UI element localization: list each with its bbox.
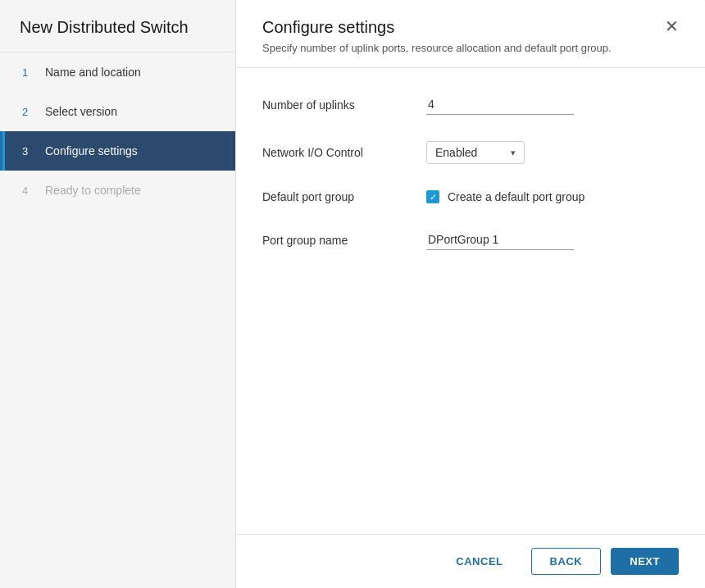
network-io-control-wrap: Enabled ▾ (426, 141, 679, 164)
step-number-3: 3 (22, 145, 35, 157)
sidebar-step-3[interactable]: 3 Configure settings (0, 131, 235, 171)
sidebar-step-1[interactable]: 1 Name and location (0, 52, 235, 92)
checkbox-row: ✓ Create a default port group (426, 190, 584, 203)
dialog-footer: CANCEL BACK NEXT (236, 534, 705, 588)
sidebar-step-2[interactable]: 2 Select version (0, 92, 235, 131)
network-io-label: Network I/O Control (262, 146, 426, 159)
cancel-button[interactable]: CANCEL (438, 549, 521, 574)
step-label-3: Configure settings (45, 144, 138, 157)
back-button[interactable]: BACK (531, 548, 602, 575)
sidebar: New Distributed Switch 1 Name and locati… (0, 0, 236, 588)
form-area: Number of uplinks Network I/O Control En… (236, 68, 705, 534)
step-number-4: 4 (22, 185, 35, 197)
main-subtitle: Specify number of uplink ports, resource… (262, 42, 612, 54)
step-number-1: 1 (22, 66, 35, 79)
uplinks-control-wrap (426, 94, 679, 115)
close-button[interactable]: ✕ (665, 18, 679, 34)
chevron-down-icon: ▾ (511, 148, 516, 158)
network-io-value: Enabled (435, 146, 477, 159)
dialog-body: New Distributed Switch 1 Name and locati… (0, 0, 705, 588)
port-group-name-row: Port group name (262, 230, 679, 250)
main-header-left: Configure settings Specify number of upl… (262, 18, 612, 54)
step-label-1: Name and location (45, 66, 141, 79)
default-port-group-checkbox-label: Create a default port group (448, 190, 584, 203)
port-group-name-control-wrap (426, 230, 679, 250)
sidebar-step-4: 4 Ready to complete (0, 171, 235, 210)
main-content: Configure settings Specify number of upl… (236, 0, 705, 588)
main-title: Configure settings (262, 18, 612, 37)
step-label-2: Select version (45, 105, 117, 118)
port-group-name-input[interactable] (426, 230, 574, 250)
uplinks-input[interactable] (426, 94, 574, 115)
uplinks-row: Number of uplinks (262, 94, 679, 115)
default-port-group-checkbox[interactable]: ✓ (426, 190, 439, 203)
network-io-select[interactable]: Enabled ▾ (426, 141, 525, 164)
port-group-name-label: Port group name (262, 234, 426, 247)
step-label-4: Ready to complete (45, 184, 141, 197)
main-header: Configure settings Specify number of upl… (236, 0, 705, 68)
sidebar-steps: 1 Name and location 2 Select version 3 C… (0, 52, 235, 210)
default-port-group-control-wrap: ✓ Create a default port group (426, 190, 679, 203)
sidebar-title: New Distributed Switch (0, 0, 235, 52)
uplinks-label: Number of uplinks (262, 98, 426, 112)
step-number-2: 2 (22, 106, 35, 118)
new-distributed-switch-dialog: New Distributed Switch 1 Name and locati… (0, 0, 705, 588)
default-port-group-row: Default port group ✓ Create a default po… (262, 190, 679, 203)
default-port-group-label: Default port group (262, 190, 426, 203)
next-button[interactable]: NEXT (611, 548, 679, 575)
checkmark-icon: ✓ (430, 193, 437, 202)
network-io-row: Network I/O Control Enabled ▾ (262, 141, 679, 164)
